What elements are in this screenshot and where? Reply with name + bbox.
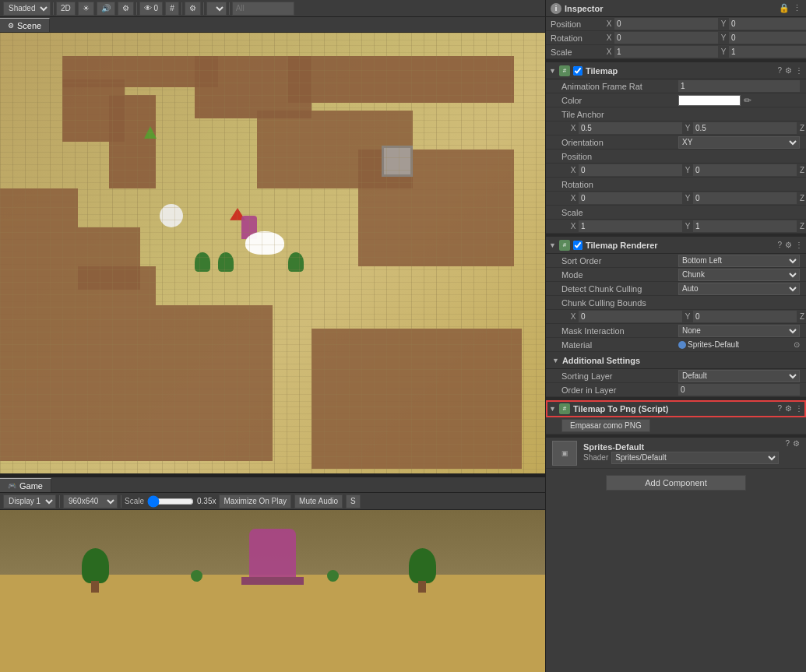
order-in-layer-row: Order in Layer 0 [546, 383, 806, 397]
script-settings-btn[interactable]: ⚙ [785, 404, 792, 413]
resolution-dropdown[interactable]: 960x640 [63, 494, 118, 508]
ta-x-input[interactable]: 0.5 [579, 122, 682, 134]
game-toolbar: Display 1 960x640 Scale 0.35x Maximize O… [0, 493, 545, 510]
mask-interaction-dropdown[interactable]: NoneVisible Inside MaskVisible Outside M… [678, 325, 800, 337]
tm-pos-z-label: Z [798, 166, 806, 174]
pos-y-input[interactable]: 0 [729, 18, 806, 30]
mute-audio-btn[interactable]: Mute Audio [294, 494, 343, 508]
tm-rot-x-input[interactable]: 0 [579, 192, 682, 204]
material-value: Sprites-Default [688, 340, 792, 349]
sorting-layer-dropdown[interactable]: Default [678, 370, 800, 382]
ta-z-label: Z [798, 124, 806, 132]
game-bush2 [327, 570, 339, 582]
tm-scale-y-input[interactable]: 1 [693, 220, 797, 232]
ccb-x-input[interactable]: 0 [579, 311, 682, 322]
tab-scene[interactable]: ⚙ Scene [0, 18, 50, 32]
scale-y-label: Y [720, 47, 727, 56]
tilemap-menu-btn[interactable]: ⋮ [795, 66, 803, 75]
search-input[interactable] [232, 2, 294, 16]
ta-y-input[interactable]: 0.5 [693, 122, 797, 134]
color-label: Color [561, 96, 678, 105]
rot-x-input[interactable]: 0 [614, 32, 718, 44]
tilemap-component-header[interactable]: ▼ # Tilemap ? ⚙ ⋮ [546, 62, 806, 79]
tilemap-settings-btn[interactable]: ⚙ [785, 66, 792, 75]
tree1 [195, 252, 210, 272]
script-component-header[interactable]: ▼ # Tilemap To Png (Script) ? ⚙ ⋮ [546, 400, 806, 417]
pos-x-input[interactable]: 0 [614, 18, 718, 30]
material-target-btn[interactable]: ⊙ [794, 340, 800, 349]
tm-rotation-xyz-row: X 0 Y 0 Z 0 [546, 192, 806, 206]
tr-help-btn[interactable]: ? [777, 241, 782, 249]
shader-dropdown[interactable]: Sprites/Default [611, 452, 779, 464]
tm-rot-y-input[interactable]: 0 [693, 192, 797, 204]
rot-y-label: Y [720, 33, 727, 42]
anim-frame-rate-input[interactable]: 1 [678, 80, 800, 92]
tm-pos-y-input[interactable]: 0 [693, 164, 797, 176]
tm-pos-x-input[interactable]: 0 [579, 164, 682, 176]
inspector-menu-btn[interactable]: ⋮ [793, 3, 801, 13]
audio-button[interactable]: 🔊 [97, 2, 115, 16]
tr-component-icon: # [559, 240, 570, 251]
gizmos-dropdown[interactable]: Gizmos [206, 2, 227, 16]
stats-btn[interactable]: S [346, 494, 361, 508]
tm-rot-z-label: Z [798, 194, 806, 202]
inspector-lock-btn[interactable]: 🔒 [779, 3, 790, 13]
order-in-layer-input[interactable]: 0 [678, 384, 800, 396]
view-mode-dropdown[interactable]: Shaded [3, 2, 51, 16]
color-picker-btn[interactable]: ✏ [744, 95, 751, 106]
script-menu-btn[interactable]: ⋮ [795, 404, 803, 413]
tm-rot-y-label: Y [684, 194, 692, 202]
tab-game[interactable]: 🎮 Game [0, 478, 51, 492]
sprite-help-btn[interactable]: ? [785, 439, 790, 448]
position-label: Position [551, 19, 605, 29]
tm-scale-x-input[interactable]: 1 [579, 220, 682, 232]
scene-tab-bar: ⚙ Scene [0, 17, 545, 33]
ccb-x-label: X [569, 312, 577, 321]
display-dropdown[interactable]: Display 1 [3, 494, 56, 508]
grid-button[interactable]: # [165, 2, 179, 16]
fx-button[interactable]: ⚙ [118, 2, 134, 16]
add-component-btn[interactable]: Add Component [606, 475, 746, 491]
tools-button[interactable]: ⚙ [185, 2, 201, 16]
tilemap-help-btn[interactable]: ? [777, 66, 782, 75]
tr-settings-btn[interactable]: ⚙ [785, 241, 792, 249]
sorting-layer-label: Sorting Layer [561, 371, 678, 381]
detect-chunk-culling-dropdown[interactable]: AutoManual [678, 283, 800, 295]
script-help-btn[interactable]: ? [777, 404, 782, 413]
tilemap-renderer-header[interactable]: ▼ # Tilemap Renderer ? ⚙ ⋮ [546, 237, 806, 254]
flag-white [160, 204, 183, 227]
maximize-on-play-btn[interactable]: Maximize On Play [219, 494, 291, 508]
tm-scale-xyz-row: X 1 Y 1 Z 1 [546, 220, 806, 234]
sprite-settings-btn[interactable]: ⚙ [793, 439, 800, 448]
pos-y-label: Y [720, 19, 727, 28]
tilemap-arrow-icon: ▼ [549, 67, 556, 75]
game-tree2 [409, 548, 436, 583]
pos-x-label: X [605, 19, 613, 28]
additional-settings-header[interactable]: ▼ Additional Settings [546, 352, 806, 369]
tile-anchor-label-row: Tile Anchor [546, 107, 806, 121]
ccb-y-input[interactable]: 0 [693, 311, 797, 322]
empasar-png-btn[interactable]: Empasar como PNG [561, 419, 650, 432]
tile-anchor-xyz-row: X 0.5 Y 0.5 Z 0 [546, 121, 806, 135]
game-canvas [0, 510, 545, 672]
orientation-dropdown[interactable]: XYXZYXYZZXZYCustom [678, 136, 800, 149]
rot-y-input[interactable]: 0 [729, 32, 806, 44]
sort-order-dropdown[interactable]: Bottom LeftBottom RightTop LeftTop Right [678, 255, 800, 267]
2d-button[interactable]: 2D [56, 2, 76, 16]
tilemap-checkbox[interactable] [573, 66, 583, 76]
order-in-layer-label: Order in Layer [561, 385, 678, 395]
detect-chunk-culling-label: Detect Chunk Culling [561, 284, 678, 294]
mode-dropdown[interactable]: ChunkIndividual [678, 269, 800, 281]
inspector-body[interactable]: Position X 0 Y 0 Z 0 Rotation X 0 Y 0 [546, 17, 806, 672]
panel-resize-handle[interactable] [0, 473, 545, 477]
scale-x-input[interactable]: 1 [614, 46, 718, 58]
render-path-button[interactable]: 👁 0 [139, 2, 163, 16]
ta-x-label: X [569, 124, 577, 132]
material-row: Material Sprites-Default ⊙ [546, 338, 806, 352]
tr-menu-btn[interactable]: ⋮ [795, 241, 803, 249]
lighting-button[interactable]: ☀ [78, 2, 94, 16]
scale-slider[interactable] [147, 497, 194, 506]
tr-checkbox[interactable] [573, 241, 583, 250]
scale-y-input[interactable]: 1 [729, 46, 806, 58]
color-swatch[interactable] [678, 95, 741, 106]
